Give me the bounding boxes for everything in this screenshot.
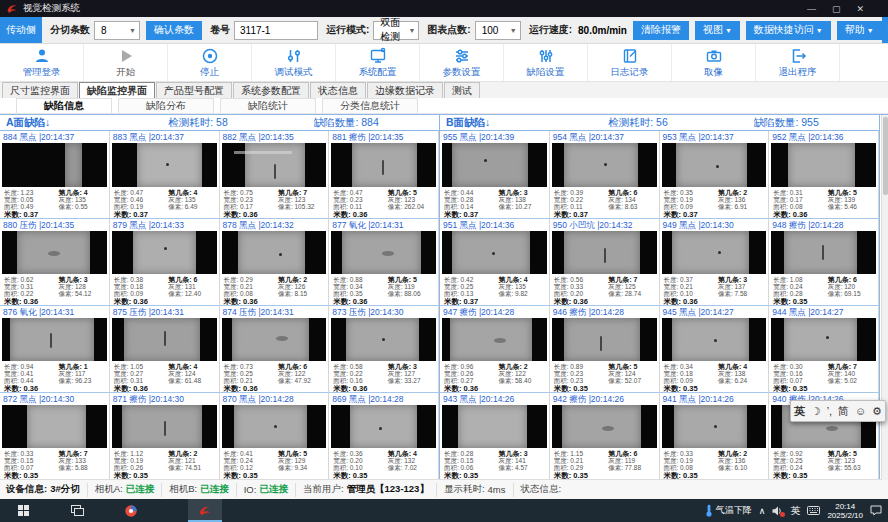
- help-menu-button[interactable]: 帮助: [837, 21, 882, 40]
- ime-mode-en[interactable]: 英: [794, 406, 805, 417]
- operate-side-tag[interactable]: 操作侧: [882, 17, 888, 43]
- defect-cell[interactable]: 879 黑点 |20:14:33长度: 0.38宽度: 0.18面积: 0.09…: [110, 218, 220, 305]
- panel-header: A面缺陷↓检测耗时: 58缺陷数量: 884: [0, 115, 439, 131]
- defect-cell[interactable]: 875 压伤 |20:14:31长度: 1.05宽度: 0.27面积: 0.31…: [110, 305, 220, 392]
- main-tab-1[interactable]: 缺陷监控界面: [79, 82, 155, 98]
- panel-title[interactable]: A面缺陷↓: [6, 116, 168, 130]
- defect-cell[interactable]: 882 黑点 |20:14:35长度: 0.75宽度: 0.23面积: 0.17…: [220, 131, 330, 218]
- main-tab-6[interactable]: 测试: [444, 82, 480, 98]
- touch-keyboard-icon[interactable]: [807, 506, 820, 515]
- param-settings-button[interactable]: 参数设置: [420, 44, 504, 81]
- defect-cell[interactable]: 881 擦伤 |20:14:35长度: 0.47宽度: 0.23面积: 0.11…: [329, 131, 439, 218]
- defect-cell[interactable]: 951 黑点 |20:14:36长度: 0.42宽度: 0.25面积: 0.13…: [440, 218, 550, 305]
- main-tab-2[interactable]: 产品型号配置: [156, 82, 232, 98]
- defect-cell[interactable]: 953 黑点 |20:14:37长度: 0.35宽度: 0.19面积: 0.09…: [660, 131, 770, 218]
- run-mode-select[interactable]: 双面检测▼: [373, 21, 419, 40]
- main-tab-5[interactable]: 边缘数据记录: [367, 82, 443, 98]
- data-quick-access-menu-button[interactable]: 数据快捷访问: [746, 21, 831, 40]
- taskbar-clock[interactable]: 20:14 2025/2/10: [827, 502, 863, 520]
- log-record-button[interactable]: 日志记录: [588, 44, 672, 81]
- roll-number-input[interactable]: [234, 21, 318, 40]
- defect-width: 宽度: 0.26: [444, 370, 498, 377]
- view-menu-button[interactable]: 视图: [695, 21, 740, 40]
- debug-mode-button[interactable]: 调试模式: [252, 44, 336, 81]
- tray-expand-arrow[interactable]: ∧: [759, 506, 766, 516]
- defect-cell[interactable]: 948 擦伤 |20:14:28长度: 1.08宽度: 0.24面积: 0.28…: [769, 218, 879, 305]
- defect-width: 宽度: 0.22: [554, 196, 608, 203]
- stop-button[interactable]: 停止: [168, 44, 252, 81]
- defect-pixels: 像素: 96.23: [58, 377, 104, 384]
- defect-cell[interactable]: 946 擦伤 |20:14:28长度: 0.89宽度: 0.23面积: 0.23…: [550, 305, 660, 392]
- clear-alarm-button[interactable]: 清除报警: [633, 21, 689, 40]
- defect-cell[interactable]: 878 黑点 |20:14:32长度: 0.29宽度: 0.21面积: 0.08…: [220, 218, 330, 305]
- ime-language-indicator[interactable]: 英: [790, 504, 800, 518]
- active-app-icon[interactable]: [188, 499, 222, 522]
- vertical-scrollbar[interactable]: [881, 115, 888, 480]
- defect-cell[interactable]: 883 黑点 |20:14:37长度: 0.47宽度: 0.46面积: 0.19…: [110, 131, 220, 218]
- defect-cell[interactable]: 942 擦伤 |20:14:26长度: 1.15宽度: 0.21面积: 0.29…: [550, 392, 660, 479]
- sub-tab-3[interactable]: 分类信息统计: [322, 98, 418, 113]
- defect-cell[interactable]: 941 黑点 |20:14:26长度: 0.33宽度: 0.19面积: 0.08…: [660, 392, 770, 479]
- defect-cell[interactable]: 949 黑点 |20:14:30长度: 0.37宽度: 0.21面积: 0.10…: [660, 218, 770, 305]
- defect-settings-button[interactable]: 缺陷设置: [504, 44, 588, 81]
- system-config-button[interactable]: 系统配置: [336, 44, 420, 81]
- strip-band: [234, 405, 307, 448]
- defect-cell[interactable]: 944 黑点 |20:14:27长度: 0.30宽度: 0.16面积: 0.07…: [769, 305, 879, 392]
- defect-cell[interactable]: 952 黑点 |20:14:36长度: 0.31宽度: 0.17面积: 0.08…: [769, 131, 879, 218]
- main-tab-3[interactable]: 系统参数配置: [233, 82, 309, 98]
- defect-cell[interactable]: 950 小凹坑 |20:14:32长度: 0.56宽度: 0.33面积: 0.2…: [550, 218, 660, 305]
- ime-punctuation[interactable]: ’,: [827, 406, 833, 417]
- close-button[interactable]: ✕: [856, 4, 864, 14]
- defect-cell[interactable]: 954 黑点 |20:14:37长度: 0.39宽度: 0.22面积: 0.11…: [550, 131, 660, 218]
- defect-info: 长度: 0.94宽度: 0.41面积: 0.44米数: 0.36第几条: 1灰度…: [0, 361, 109, 392]
- defect-cell[interactable]: 943 黑点 |20:14:26长度: 0.28宽度: 0.15面积: 0.06…: [440, 392, 550, 479]
- defect-strip-no: 第几条: 4: [168, 363, 214, 370]
- sub-tab-1[interactable]: 缺陷分布: [118, 98, 214, 113]
- defect-cell[interactable]: 877 氧化 |20:14:31长度: 0.88宽度: 0.34面积: 0.35…: [329, 218, 439, 305]
- ime-emoji-icon[interactable]: ☺: [855, 406, 866, 417]
- volume-icon[interactable]: [772, 506, 783, 516]
- defect-cell[interactable]: 874 压伤 |20:14:31长度: 0.73宽度: 0.25面积: 0.21…: [220, 305, 330, 392]
- defect-gray: 灰度: 120: [828, 283, 874, 290]
- confirm-count-button[interactable]: 确认条数: [146, 21, 202, 40]
- ime-moon-icon[interactable]: ☽: [811, 406, 821, 417]
- defect-thumbnail: [662, 143, 767, 187]
- defect-cell[interactable]: 871 擦伤 |20:14:30长度: 1.12宽度: 0.19面积: 0.26…: [110, 392, 220, 479]
- ime-simplified[interactable]: 简: [838, 406, 849, 417]
- defect-cell[interactable]: 884 黑点 |20:14:37长度: 1.23宽度: 0.05面积: 0.49…: [0, 131, 110, 218]
- ime-settings-icon[interactable]: ⚙: [872, 406, 882, 417]
- defect-cell[interactable]: 876 氧化 |20:14:31长度: 0.94宽度: 0.41面积: 0.44…: [0, 305, 110, 392]
- defect-meter: 米数: 0.35: [773, 385, 827, 392]
- slit-count-select[interactable]: 8▼: [94, 21, 140, 40]
- defect-cell[interactable]: 945 黑点 |20:14:27长度: 0.34宽度: 0.18面积: 0.09…: [660, 305, 770, 392]
- weather-tray-item[interactable]: 气温下降: [705, 504, 752, 517]
- scrollbar-thumb[interactable]: [883, 117, 888, 195]
- defect-pixels: 像素: 69.15: [828, 290, 874, 297]
- maximize-button[interactable]: ▢: [832, 4, 841, 14]
- defect-cell[interactable]: 873 压伤 |20:14:30长度: 0.58宽度: 0.22面积: 0.16…: [329, 305, 439, 392]
- defect-cell[interactable]: 870 黑点 |20:14:28长度: 0.41宽度: 0.24面积: 0.12…: [220, 392, 330, 479]
- task-view-icon[interactable]: [60, 499, 94, 522]
- admin-login-button[interactable]: 管理登录: [0, 44, 84, 81]
- defect-cell[interactable]: 869 黑点 |20:14:28长度: 0.36宽度: 0.20面积: 0.10…: [329, 392, 439, 479]
- defect-cell[interactable]: 872 黑点 |20:14:30长度: 0.33宽度: 0.15面积: 0.07…: [0, 392, 110, 479]
- capture-button[interactable]: 取像: [672, 44, 756, 81]
- minimize-button[interactable]: —: [807, 4, 816, 14]
- sub-tab-2[interactable]: 缺陷统计: [220, 98, 316, 113]
- action-center-icon[interactable]: [870, 505, 882, 516]
- defect-cell[interactable]: 947 擦伤 |20:14:28长度: 0.96宽度: 0.26面积: 0.27…: [440, 305, 550, 392]
- strip-band: [784, 231, 857, 274]
- main-tab-4[interactable]: 状态信息: [310, 82, 366, 98]
- defect-cell[interactable]: 880 压伤 |20:14:35长度: 0.62宽度: 0.31面积: 0.22…: [0, 218, 110, 305]
- exit-program-button[interactable]: 退出程序: [756, 44, 840, 81]
- drive-side-tag[interactable]: 传动侧: [0, 17, 42, 43]
- chart-points-select[interactable]: 100▼: [475, 21, 521, 40]
- windows-start-icon[interactable]: [6, 499, 40, 522]
- pinned-app-icon[interactable]: [114, 499, 148, 522]
- start-button[interactable]: 开始: [84, 44, 168, 81]
- main-tab-0[interactable]: 尺寸监控界面: [2, 82, 78, 98]
- panel-title[interactable]: B面缺陷↓: [446, 116, 608, 130]
- io-status: 已连接: [259, 483, 288, 496]
- defect-cell[interactable]: 955 黑点 |20:14:39长度: 0.44宽度: 0.28面积: 0.14…: [440, 131, 550, 218]
- sub-tab-0[interactable]: 缺陷信息: [16, 98, 112, 113]
